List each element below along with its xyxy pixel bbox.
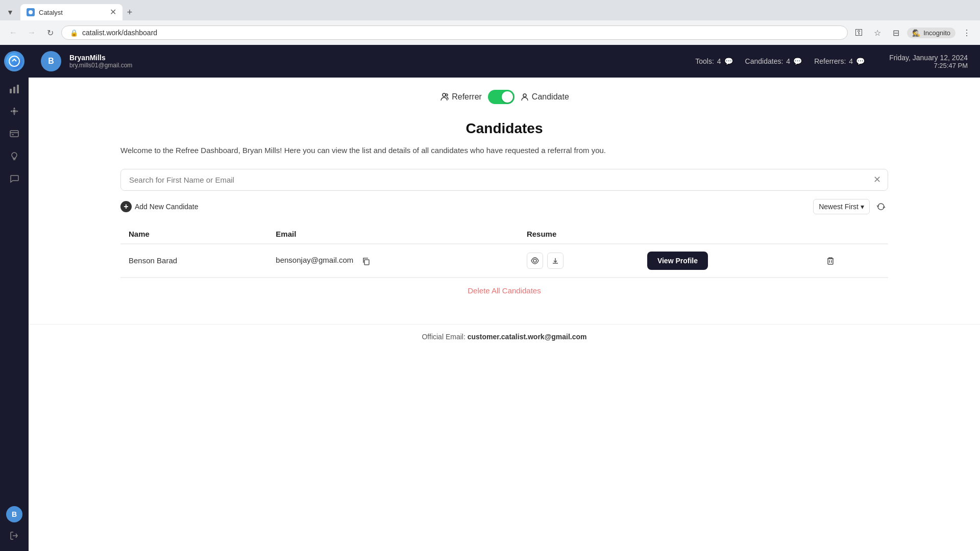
search-container: ✕: [120, 169, 888, 191]
delete-all-row: Delete All Candidates: [120, 278, 888, 304]
sidebar-logo: [4, 51, 24, 71]
forward-button[interactable]: →: [24, 26, 39, 40]
header-avatar: B: [41, 51, 61, 71]
incognito-icon: 🕵: [912, 29, 920, 37]
view-toggle-section: Referrer Candidate: [120, 90, 888, 104]
chevron-down-icon: ▾: [861, 203, 864, 211]
tab-list-button[interactable]: ▼: [7, 8, 14, 16]
page-title: Candidates: [120, 120, 888, 137]
new-tab-button[interactable]: +: [122, 5, 137, 19]
header-datetime: Friday, January 12, 2024 7:25:47 PM: [889, 54, 968, 69]
sort-section: Newest First ▾: [813, 199, 888, 214]
split-view-icon[interactable]: ⊟: [889, 26, 903, 40]
tab-title: Catalyst: [39, 9, 106, 16]
view-profile-button[interactable]: View Profile: [647, 252, 708, 270]
svg-point-14: [523, 94, 526, 97]
view-profile-cell: View Profile: [639, 244, 814, 278]
user-avatar-sidebar[interactable]: B: [6, 506, 22, 522]
add-candidate-button[interactable]: + Add New Candidate: [120, 201, 199, 212]
sidebar-item-cards[interactable]: [5, 124, 23, 143]
page-footer: Official Email: customer.catalist.work@g…: [29, 324, 980, 349]
main-content: B BryanMills bry.mills01@gmail.com Tools…: [29, 45, 980, 551]
tools-stat: Tools: 4 💬: [695, 57, 732, 65]
sidebar-item-tools[interactable]: [5, 102, 23, 120]
welcome-text: Welcome to the Refree Dashboard, Bryan M…: [120, 145, 888, 157]
tab-favicon: [27, 8, 35, 16]
logout-button[interactable]: [5, 527, 23, 545]
app-container: B B BryanMills bry.mills01@gmail.com Too…: [0, 45, 980, 551]
delete-cell: [814, 244, 888, 278]
candidate-email: bensonjay@gmail.com: [267, 244, 519, 278]
referrers-stat: Referrers: 4 💬: [814, 57, 865, 65]
incognito-text: Incognito: [923, 29, 950, 37]
referrers-label: Referrers:: [814, 57, 846, 65]
browser-right-icons: ⚿ ☆ ⊟ 🕵 Incognito ⋮: [852, 26, 974, 40]
top-header: B BryanMills bry.mills01@gmail.com Tools…: [29, 45, 980, 78]
menu-button[interactable]: ⋮: [960, 26, 974, 40]
toggle-knob: [502, 91, 513, 103]
col-actions: [639, 224, 814, 244]
candidates-icon: 💬: [793, 57, 802, 65]
extensions-icon[interactable]: ⚿: [852, 26, 866, 40]
referrers-count: 4: [849, 57, 853, 65]
download-resume-button[interactable]: [547, 253, 564, 269]
svg-rect-6: [10, 131, 18, 137]
url-text: catalist.work/dashboard: [82, 29, 839, 37]
avatar-initial: B: [12, 510, 17, 518]
svg-point-13: [446, 94, 448, 96]
search-clear-button[interactable]: ✕: [873, 174, 881, 185]
candidates-table: Name Email Resume Benson Barad bensonjay…: [120, 224, 888, 278]
sort-refresh-button[interactable]: [874, 199, 888, 214]
col-delete: [814, 224, 888, 244]
svg-rect-2: [10, 89, 12, 93]
header-time: 7:25:47 PM: [889, 62, 968, 69]
referrers-icon: 💬: [856, 57, 865, 65]
browser-nav-bar: ← → ↻ 🔒 catalist.work/dashboard ⚿ ☆ ⊟ 🕵 …: [0, 20, 980, 45]
col-name: Name: [120, 224, 267, 244]
back-button[interactable]: ←: [6, 26, 20, 40]
candidate-label: Candidate: [521, 92, 569, 102]
user-email: bry.mills01@gmail.com: [69, 62, 132, 69]
sidebar-item-messages[interactable]: [5, 169, 23, 188]
svg-point-5: [13, 110, 16, 113]
bookmark-icon[interactable]: ☆: [870, 26, 885, 40]
footer-label: Official Email:: [422, 333, 465, 341]
add-candidate-label: Add New Candidate: [135, 203, 199, 211]
candidates-stat: Candidates: 4 💬: [745, 57, 802, 65]
user-info: BryanMills bry.mills01@gmail.com: [69, 54, 132, 69]
sidebar-item-analytics[interactable]: [5, 80, 23, 98]
tab-close-button[interactable]: ✕: [110, 8, 116, 16]
candidate-name: Benson Barad: [120, 244, 267, 278]
browser-tab-bar: ▼ Catalyst ✕ +: [0, 0, 980, 20]
delete-candidate-button[interactable]: [822, 253, 839, 269]
svg-rect-17: [828, 259, 833, 264]
header-stats: Tools: 4 💬 Candidates: 4 💬 Referrers: 4 …: [695, 57, 865, 65]
view-resume-button[interactable]: [527, 253, 543, 269]
candidates-label: Candidates:: [745, 57, 783, 65]
sidebar-item-ideas[interactable]: [5, 147, 23, 165]
resume-cell: [519, 244, 639, 278]
refresh-button[interactable]: ↻: [43, 26, 57, 40]
delete-all-button[interactable]: Delete All Candidates: [468, 286, 541, 295]
add-candidate-icon: +: [120, 201, 132, 212]
search-input[interactable]: [120, 169, 888, 191]
incognito-indicator: 🕵 Incognito: [907, 28, 955, 38]
browser-chrome: ▼ Catalyst ✕ + ← → ↻ 🔒 catalist.work/das…: [0, 0, 980, 45]
referrer-label: Referrer: [439, 92, 482, 102]
header-date: Friday, January 12, 2024: [889, 54, 968, 62]
svg-point-16: [533, 259, 536, 262]
resume-actions: [527, 253, 631, 269]
svg-rect-15: [364, 260, 369, 265]
sort-label: Newest First: [819, 203, 859, 211]
footer-email: customer.catalist.work@gmail.com: [468, 333, 587, 341]
sort-dropdown[interactable]: Newest First ▾: [813, 199, 870, 214]
copy-email-button[interactable]: [362, 256, 370, 264]
user-name: BryanMills: [69, 54, 132, 62]
page-body: Referrer Candidate Candidates Welcome to…: [29, 78, 980, 316]
view-mode-toggle[interactable]: [488, 90, 514, 104]
address-bar[interactable]: 🔒 catalist.work/dashboard: [61, 26, 848, 40]
active-tab[interactable]: Catalyst ✕: [20, 4, 122, 20]
logo-inner: [6, 53, 22, 69]
sidebar: B: [0, 45, 29, 551]
candidates-count: 4: [786, 57, 790, 65]
